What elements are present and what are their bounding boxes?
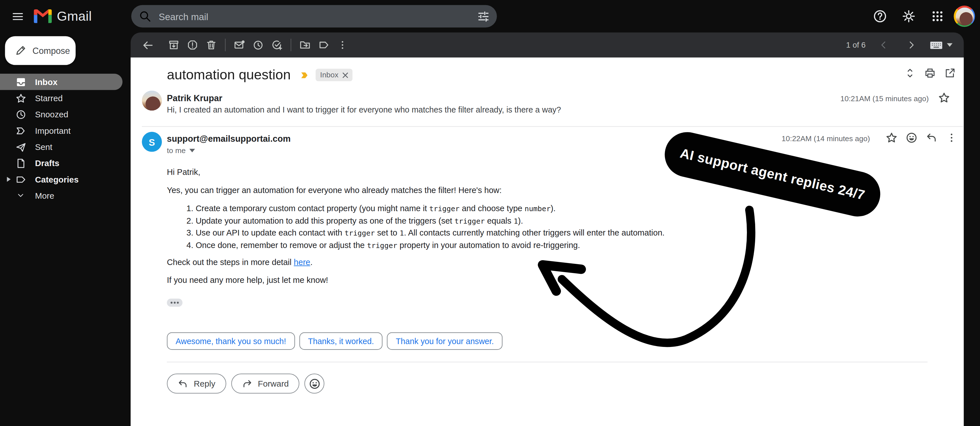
smart-reply-row: Awesome, thank you so much! Thanks, it w… bbox=[167, 332, 503, 350]
dropdown-caret-icon bbox=[947, 43, 953, 47]
body-detail: Check out the steps in more detail here. bbox=[167, 257, 867, 267]
emoji-reaction-icon[interactable] bbox=[906, 132, 918, 144]
message-timestamp: 10:22AM (14 minutes ago) bbox=[781, 134, 870, 143]
report-spam-icon bbox=[187, 40, 198, 51]
tag-icon bbox=[15, 174, 26, 184]
smart-reply-chip[interactable]: Awesome, thank you so much! bbox=[167, 332, 294, 350]
search-input[interactable] bbox=[158, 10, 477, 22]
message-timestamp: 10:21AM (15 minutes ago) bbox=[840, 94, 929, 103]
actions-divider bbox=[167, 362, 927, 362]
body-steps: Create a temporary custom contact proper… bbox=[167, 204, 867, 250]
clock-icon bbox=[15, 109, 26, 119]
smart-reply-chip[interactable]: Thanks, it worked. bbox=[299, 332, 383, 350]
detail-link[interactable]: here bbox=[294, 257, 310, 266]
archive-icon bbox=[168, 40, 180, 51]
inbox-label-chip[interactable]: Inbox bbox=[316, 68, 352, 81]
avatar-photo bbox=[955, 7, 974, 25]
label-icon bbox=[318, 40, 329, 51]
message-sender[interactable]: support@emailsupportai.com bbox=[167, 134, 290, 144]
compose-button[interactable]: Compose bbox=[5, 36, 76, 65]
sidebar-item-sent[interactable]: Sent bbox=[0, 138, 131, 155]
report-spam-button[interactable] bbox=[183, 36, 202, 54]
sidebar-item-more[interactable]: More bbox=[0, 188, 131, 203]
sidebar-item-drafts[interactable]: Drafts bbox=[0, 155, 131, 171]
add-task-icon bbox=[271, 40, 283, 51]
sender-avatar[interactable]: S bbox=[142, 132, 162, 152]
sender-avatar[interactable] bbox=[142, 91, 162, 111]
settings-button[interactable] bbox=[896, 4, 921, 29]
important-icon bbox=[15, 125, 26, 136]
pagination-group: 1 of 6 bbox=[846, 36, 953, 54]
newer-button[interactable] bbox=[875, 36, 893, 54]
smart-reply-chip[interactable]: Thank you for your answer. bbox=[387, 332, 503, 350]
forward-button[interactable]: Forward bbox=[231, 374, 299, 394]
google-apps-button[interactable] bbox=[925, 4, 950, 29]
forward-icon bbox=[242, 378, 252, 389]
toolbar-separator bbox=[291, 39, 291, 51]
sidebar-item-snoozed[interactable]: Snoozed bbox=[0, 106, 131, 122]
back-button[interactable] bbox=[138, 36, 157, 54]
sidebar-item-categories[interactable]: Categories bbox=[0, 171, 131, 188]
chevron-down-icon bbox=[15, 191, 26, 200]
star-outline-icon[interactable] bbox=[886, 132, 897, 144]
draft-icon bbox=[15, 158, 26, 168]
chevron-left-icon bbox=[879, 40, 889, 50]
hamburger-icon bbox=[12, 10, 24, 22]
body-closing: If you need any more help, just let me k… bbox=[167, 275, 867, 285]
body-step: Use our API to update each contact with … bbox=[196, 228, 867, 238]
mark-unread-button[interactable] bbox=[230, 36, 249, 54]
sidebar-item-inbox[interactable]: Inbox bbox=[0, 74, 123, 90]
body-step: Update your automation to add this prope… bbox=[196, 216, 867, 226]
reply-button[interactable]: Reply bbox=[167, 374, 226, 394]
gmail-logo: Gmail bbox=[34, 9, 92, 24]
move-folder-icon bbox=[299, 40, 311, 51]
gmail-app: Gmail Compose In bbox=[0, 0, 980, 426]
add-to-tasks-button[interactable] bbox=[267, 36, 286, 54]
more-options-button[interactable] bbox=[333, 36, 352, 54]
conversation-view: automation question Inbox Patrik Krupar … bbox=[131, 57, 964, 426]
sidebar: Compose Inbox Starred Snoozed Important … bbox=[0, 33, 131, 426]
expand-caret-icon[interactable] bbox=[7, 177, 11, 182]
message-divider bbox=[142, 126, 964, 127]
recipient-row[interactable]: to me bbox=[167, 146, 195, 155]
pencil-icon bbox=[15, 45, 26, 56]
sidebar-item-starred[interactable]: Starred bbox=[0, 90, 131, 106]
help-button[interactable] bbox=[867, 4, 892, 29]
open-in-new-icon[interactable] bbox=[944, 67, 956, 79]
show-trimmed-content-button[interactable] bbox=[167, 299, 182, 307]
body-step: Create a temporary custom contact proper… bbox=[196, 204, 867, 214]
search-options-icon[interactable] bbox=[477, 10, 490, 22]
archive-button[interactable] bbox=[164, 36, 183, 54]
toolbar-separator bbox=[225, 39, 226, 51]
search-bar[interactable] bbox=[131, 5, 497, 27]
reply-forward-row: Reply Forward bbox=[167, 374, 324, 394]
reply-icon bbox=[178, 378, 188, 389]
sidebar-item-important[interactable]: Important bbox=[0, 122, 131, 138]
print-icon[interactable] bbox=[924, 67, 936, 79]
delete-button[interactable] bbox=[202, 36, 221, 54]
account-avatar[interactable] bbox=[954, 6, 975, 27]
gmail-wordmark: Gmail bbox=[57, 9, 92, 24]
gmail-m-icon bbox=[34, 10, 52, 23]
labels-button[interactable] bbox=[315, 36, 333, 54]
more-vertical-icon bbox=[337, 40, 348, 51]
more-vertical-icon[interactable] bbox=[946, 132, 958, 144]
remove-label-icon[interactable] bbox=[342, 72, 348, 78]
star-message-button[interactable] bbox=[938, 92, 950, 104]
expand-all-icon[interactable] bbox=[904, 67, 916, 79]
reply-icon[interactable] bbox=[926, 132, 937, 144]
message-sender[interactable]: Patrik Krupar bbox=[167, 93, 222, 103]
thread-toolbar: 1 of 6 bbox=[131, 33, 964, 57]
main-menu-button[interactable] bbox=[5, 4, 30, 29]
back-arrow-icon bbox=[142, 39, 153, 51]
keyboard-icon bbox=[929, 40, 943, 50]
older-button[interactable] bbox=[902, 36, 920, 54]
sidebar-nav: Inbox Starred Snoozed Important Sent Dra… bbox=[0, 74, 131, 203]
add-reaction-button[interactable] bbox=[304, 374, 325, 394]
move-to-button[interactable] bbox=[296, 36, 315, 54]
gear-icon bbox=[902, 10, 915, 23]
message-snippet[interactable]: Hi, I created an automation and I want t… bbox=[167, 105, 561, 114]
snooze-button[interactable] bbox=[249, 36, 267, 54]
input-tools-selector[interactable] bbox=[929, 40, 953, 50]
details-caret-icon bbox=[189, 149, 195, 153]
